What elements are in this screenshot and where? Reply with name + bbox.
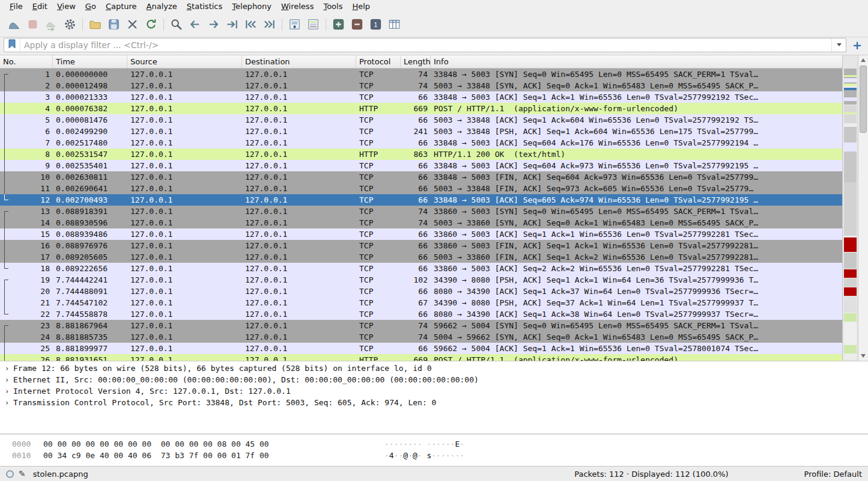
zoom-reset-button[interactable]: 1 [366,15,385,34]
menu-tools[interactable]: Tools [318,1,347,11]
menu-go[interactable]: Go [80,1,101,11]
packet-row-10[interactable]: 100.002630811127.0.0.1127.0.0.1TCP663384… [0,171,842,183]
menu-wireless[interactable]: Wireless [276,1,318,11]
capture-options-button[interactable] [61,15,79,34]
packet-row-15[interactable]: 150.088939486127.0.0.1127.0.0.1TCP663386… [0,228,842,240]
go-forward-button[interactable] [204,15,223,34]
packet-row-14[interactable]: 140.088930596127.0.0.1127.0.0.1TCP745003… [0,217,842,228]
packet-list-minimap[interactable] [842,55,858,361]
cell-destination: 127.0.0.1 [242,320,356,331]
packet-row-22[interactable]: 227.744558878127.0.0.1127.0.0.1TCP668080… [0,308,842,320]
reload-file-button[interactable] [142,15,160,34]
packet-row-13[interactable]: 130.088918391127.0.0.1127.0.0.1TCP743386… [0,206,842,217]
cell-info: 33848 → 5003 [ACK] Seq=604 Ack=973 Win=6… [431,160,842,171]
scrollbar-track[interactable] [858,65,868,351]
save-file-button[interactable] [105,15,123,34]
expander-icon[interactable]: › [5,363,13,375]
packet-row-6[interactable]: 60.002499290127.0.0.1127.0.0.1TCP2415003… [0,126,842,137]
menu-telephony[interactable]: Telephony [227,1,276,11]
expert-info-icon[interactable] [6,470,14,478]
restart-capture-button[interactable] [42,15,61,34]
packet-row-24[interactable]: 248.881885735127.0.0.1127.0.0.1TCP745004… [0,331,842,343]
zoom-in-button[interactable] [329,15,348,34]
expander-icon[interactable]: › [5,386,13,397]
packet-row-2[interactable]: 20.000012498127.0.0.1127.0.0.1TCP745003 … [0,80,842,91]
profile-label[interactable]: Profile: Default [804,470,862,479]
filter-bookmark-button[interactable] [4,38,20,52]
packet-list-scrollbar[interactable] [858,55,868,361]
go-first-button[interactable] [241,15,260,34]
scrollbar-thumb[interactable] [860,66,867,133]
menu-help[interactable]: Help [347,1,375,11]
column-header-time[interactable]: Time [53,55,127,68]
packet-row-25[interactable]: 258.881899977127.0.0.1127.0.0.1TCP665966… [0,343,842,354]
packet-row-12[interactable]: 120.002700493127.0.0.1127.0.0.1TCP663384… [0,194,842,206]
cell-time: 0.002499290 [53,126,127,137]
scroll-down-button[interactable] [858,351,868,361]
packet-list: No.TimeSourceDestinationProtocolLengthIn… [0,55,842,361]
cell-protocol: TCP [356,217,401,228]
packet-row-20[interactable]: 207.744488091127.0.0.1127.0.0.1TCP668080… [0,286,842,297]
close-file-button[interactable] [123,15,142,34]
menu-capture[interactable]: Capture [101,1,142,11]
packet-row-19[interactable]: 197.744442241127.0.0.1127.0.0.1TCP102343… [0,274,842,286]
menu-edit[interactable]: Edit [28,1,52,11]
packet-row-21[interactable]: 217.744547102127.0.0.1127.0.0.1TCP673439… [0,297,842,308]
cell-length: 74 [401,331,431,343]
go-last-button[interactable] [260,15,279,34]
packet-row-9[interactable]: 90.002535401127.0.0.1127.0.0.1TCP6633848… [0,160,842,171]
stop-icon [26,17,40,31]
start-capture-button[interactable] [5,15,23,34]
packet-row-23[interactable]: 238.881867964127.0.0.1127.0.0.1TCP745966… [0,320,842,331]
column-header-source[interactable]: Source [127,55,242,68]
display-filter-input[interactable] [20,39,831,51]
packet-row-8[interactable]: 80.002531547127.0.0.1127.0.0.1HTTP863HTT… [0,149,842,160]
go-back-button[interactable] [186,15,204,34]
column-header-info[interactable]: Info [431,55,842,68]
resize-columns-button[interactable] [385,15,404,34]
column-header-destination[interactable]: Destination [242,55,356,68]
go-to-packet-button[interactable] [223,15,241,34]
filter-expression-add-button[interactable]: + [850,38,864,52]
packet-row-4[interactable]: 40.000076382127.0.0.1127.0.0.1HTTP669POS… [0,103,842,114]
open-file-button[interactable] [86,15,105,34]
column-header-no[interactable]: No. [0,55,53,68]
packet-row-3[interactable]: 30.000021333127.0.0.1127.0.0.1TCP6633848… [0,91,842,103]
packet-row-26[interactable]: 268.881931651127.0.0.1127.0.0.1HTTP669PO… [0,354,842,361]
scroll-up-button[interactable] [858,55,868,65]
detail-line[interactable]: ›Ethernet II, Src: 00:00:00_00:00:00 (00… [0,374,868,385]
packet-row-18[interactable]: 180.089222656127.0.0.1127.0.0.1TCP663386… [0,263,842,274]
hex-row[interactable]: 000000 00 00 00 00 00 00 00 00 00 00 00 … [0,438,868,450]
cell-no: 1 [0,69,53,80]
hex-row[interactable]: 001000 34 c9 0e 40 00 40 06 73 b3 7f 00 … [0,450,868,461]
cell-time: 8.881931651 [53,354,127,361]
detail-line[interactable]: ›Transmission Control Protocol, Src Port… [0,397,868,408]
capture-comment-icon[interactable]: ✎ [19,469,26,479]
filter-dropdown-button[interactable] [831,38,846,52]
menu-view[interactable]: View [52,1,80,11]
find-packet-button[interactable] [167,15,186,34]
packet-row-16[interactable]: 160.088976976127.0.0.1127.0.0.1TCP663386… [0,240,842,251]
cell-length: 66 [401,171,431,183]
auto-scroll-button[interactable] [285,15,304,34]
column-header-length[interactable]: Length [401,55,431,68]
cell-no: 5 [0,114,53,126]
stop-capture-button[interactable] [23,15,42,34]
cell-no: 12 [0,194,53,206]
detail-line[interactable]: ›Internet Protocol Version 4, Src: 127.0… [0,385,868,397]
packet-row-11[interactable]: 110.002690641127.0.0.1127.0.0.1TCP665003… [0,183,842,194]
column-header-protocol[interactable]: Protocol [356,55,401,68]
colorize-packets-button[interactable] [304,15,323,34]
status-bar: ✎ stolen.pcapng Packets: 112 · Displayed… [0,466,868,481]
menu-statistics[interactable]: Statistics [182,1,227,11]
packet-row-17[interactable]: 170.089205605127.0.0.1127.0.0.1TCP665003… [0,251,842,263]
expander-icon[interactable]: › [5,375,13,386]
packet-row-5[interactable]: 50.000081476127.0.0.1127.0.0.1TCP665003 … [0,114,842,126]
menu-file[interactable]: File [5,1,28,11]
zoom-out-button[interactable] [348,15,366,34]
menu-analyze[interactable]: Analyze [142,1,182,11]
expander-icon[interactable]: › [5,397,13,409]
detail-line[interactable]: ›Frame 12: 66 bytes on wire (528 bits), … [0,363,868,374]
packet-row-7[interactable]: 70.002517480127.0.0.1127.0.0.1TCP6633848… [0,137,842,149]
packet-row-1[interactable]: 10.000000000127.0.0.1127.0.0.1TCP7433848… [0,69,842,80]
